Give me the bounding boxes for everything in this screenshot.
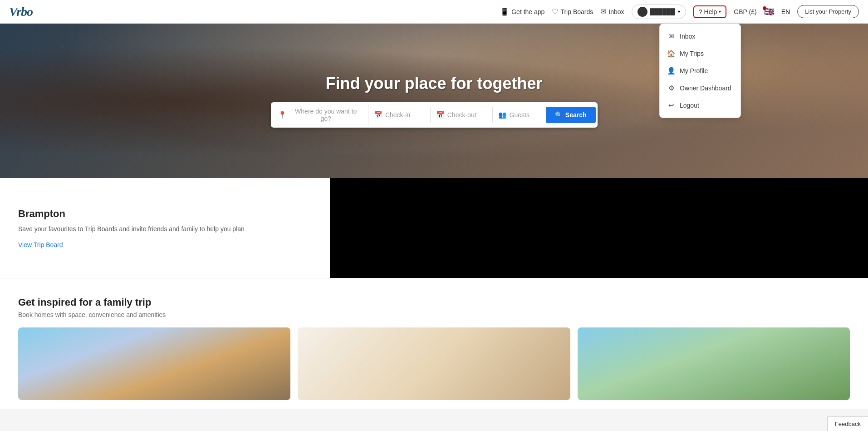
- hero-title: Find your place for together: [271, 74, 598, 93]
- trips-icon: 🏠: [667, 50, 675, 58]
- trip-board-text-area: Brampton Save your favourites to Trip Bo…: [0, 178, 330, 278]
- dashboard-icon: ⚙: [667, 84, 675, 92]
- guests-icon: 👥: [498, 111, 507, 119]
- header: Vrbo 📱 Get the app ♡ Trip Boards ✉ Inbox…: [0, 0, 868, 24]
- destination-placeholder: Where do you want to go?: [289, 108, 363, 122]
- chevron-down-icon: ▾: [719, 9, 721, 14]
- notification-dot: [763, 6, 766, 10]
- hero-content: Find your place for together 📍 Where do …: [271, 74, 598, 128]
- property-card-image-3: [578, 327, 850, 400]
- property-card-image-1: [18, 327, 290, 400]
- search-bar: 📍 Where do you want to go? 📅 Check-in 📅 …: [271, 102, 598, 128]
- property-card-3[interactable]: [578, 327, 850, 400]
- heart-icon: ♡: [552, 7, 558, 16]
- inspired-subtitle: Book homes with space, convenience and a…: [18, 311, 850, 318]
- header-nav: 📱 Get the app ♡ Trip Boards ✉ Inbox ████…: [500, 5, 859, 19]
- search-button[interactable]: 🔍 Search: [546, 107, 596, 123]
- dropdown-item-owner-dashboard[interactable]: ⚙ Owner Dashboard: [660, 79, 740, 97]
- trip-board-description: Save your favourites to Trip Boards and …: [18, 224, 312, 234]
- destination-input[interactable]: 📍 Where do you want to go?: [273, 104, 368, 126]
- guests-placeholder: Guests: [510, 111, 530, 119]
- checkout-input[interactable]: 📅 Check-out: [431, 107, 493, 123]
- main-content: Brampton Save your favourites to Trip Bo…: [0, 178, 868, 409]
- trip-board-image: [330, 178, 868, 278]
- inbox-link[interactable]: ✉ Inbox: [600, 7, 624, 16]
- logout-icon: ↩: [667, 101, 675, 109]
- dropdown-item-logout[interactable]: ↩ Logout: [660, 97, 740, 114]
- language-selector[interactable]: EN: [781, 8, 790, 15]
- location-icon: 📍: [278, 111, 287, 119]
- checkin-input[interactable]: 📅 Check-in: [368, 107, 431, 123]
- dropdown-item-my-profile[interactable]: 👤 My Profile: [660, 62, 740, 79]
- trip-boards-link[interactable]: ♡ Trip Boards: [552, 7, 593, 16]
- inbox-dropdown-icon: ✉: [667, 32, 675, 40]
- property-card-1[interactable]: [18, 327, 290, 400]
- checkin-placeholder: Check-in: [385, 111, 410, 119]
- username-display: ██████: [650, 8, 675, 15]
- profile-icon: 👤: [667, 67, 675, 75]
- list-property-button[interactable]: List your Property: [797, 5, 859, 18]
- currency-selector[interactable]: GBP (£): [734, 8, 756, 15]
- trip-board-title: Brampton: [18, 208, 312, 220]
- search-icon: 🔍: [555, 111, 563, 119]
- calendar-checkout-icon: 📅: [436, 111, 445, 119]
- property-card-image-2: [298, 327, 570, 400]
- view-trip-board-link[interactable]: View Trip Board: [18, 241, 312, 248]
- calendar-checkin-icon: 📅: [374, 111, 383, 119]
- vrbo-logo[interactable]: Vrbo: [9, 5, 33, 19]
- user-profile-button[interactable]: ██████ ▾: [632, 5, 686, 19]
- get-app-link[interactable]: 📱 Get the app: [500, 7, 544, 16]
- phone-icon: 📱: [500, 7, 509, 16]
- inbox-icon: ✉: [600, 7, 606, 16]
- dropdown-item-my-trips[interactable]: 🏠 My Trips: [660, 45, 740, 62]
- help-button[interactable]: ? Help ▾: [693, 5, 727, 18]
- help-dropdown-menu: ✉ Inbox 🏠 My Trips 👤 My Profile ⚙ Owner …: [659, 24, 741, 118]
- trip-board-section: Brampton Save your favourites to Trip Bo…: [0, 178, 868, 278]
- property-cards: [18, 327, 850, 400]
- property-card-2[interactable]: [298, 327, 570, 400]
- inspired-section: Get inspired for a family trip Book home…: [0, 278, 868, 409]
- inspired-title: Get inspired for a family trip: [18, 297, 850, 308]
- dropdown-item-inbox[interactable]: ✉ Inbox: [660, 28, 740, 45]
- help-circle-icon: ?: [699, 8, 702, 15]
- checkout-placeholder: Check-out: [447, 111, 476, 119]
- chevron-down-icon: ▾: [678, 9, 680, 14]
- avatar: [638, 7, 647, 17]
- guests-input[interactable]: 👥 Guests: [493, 107, 546, 123]
